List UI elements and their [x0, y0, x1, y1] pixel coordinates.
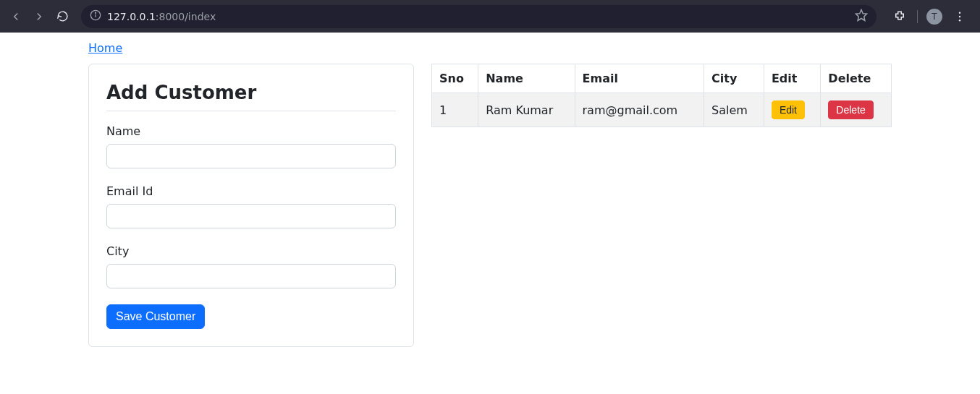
th-email: Email [575, 64, 704, 93]
th-sno: Sno [432, 64, 478, 93]
edit-button[interactable]: Edit [772, 100, 805, 119]
reload-icon[interactable] [54, 8, 71, 25]
email-input[interactable] [106, 204, 396, 228]
name-input[interactable] [106, 144, 396, 168]
extensions-icon[interactable] [891, 8, 908, 25]
cell-sno: 1 [432, 93, 478, 127]
svg-point-4 [959, 12, 960, 13]
customers-table: Sno Name Email City Edit Delete 1 Ram Ku… [431, 64, 892, 127]
menu-dots-icon[interactable] [951, 8, 968, 25]
forward-icon [30, 8, 48, 25]
toolbar-divider [917, 10, 918, 23]
th-edit: Edit [764, 64, 820, 93]
cell-email: ram@gmail.com [575, 93, 704, 127]
url-text: 127.0.0.1:8000/index [107, 11, 216, 22]
table-row: 1 Ram Kumar ram@gmail.com Salem Edit Del… [432, 93, 892, 127]
name-label: Name [106, 124, 396, 138]
svg-point-5 [959, 15, 960, 17]
cell-delete: Delete [821, 93, 892, 127]
th-name: Name [478, 64, 575, 93]
svg-marker-3 [856, 10, 867, 21]
cell-name: Ram Kumar [478, 93, 575, 127]
cell-edit: Edit [764, 93, 820, 127]
profile-letter: T [932, 12, 937, 22]
back-icon[interactable] [7, 8, 25, 25]
svg-point-6 [959, 20, 960, 21]
delete-button[interactable]: Delete [828, 100, 873, 119]
card-title: Add Customer [106, 82, 396, 111]
home-link[interactable]: Home [88, 41, 122, 55]
cell-city: Salem [704, 93, 764, 127]
add-customer-card: Add Customer Name Email Id City Save Cus… [88, 64, 414, 347]
site-info-icon[interactable] [90, 9, 101, 23]
city-input[interactable] [106, 264, 396, 288]
city-label: City [106, 244, 396, 258]
th-city: City [704, 64, 764, 93]
email-label: Email Id [106, 184, 396, 198]
save-customer-button[interactable]: Save Customer [106, 304, 205, 329]
address-bar[interactable]: 127.0.0.1:8000/index [81, 5, 876, 28]
table-header-row: Sno Name Email City Edit Delete [432, 64, 892, 93]
browser-toolbar: 127.0.0.1:8000/index T [0, 0, 980, 33]
bookmark-icon[interactable] [855, 9, 868, 24]
th-delete: Delete [821, 64, 892, 93]
svg-point-2 [95, 12, 96, 13]
profile-avatar[interactable]: T [926, 9, 942, 25]
